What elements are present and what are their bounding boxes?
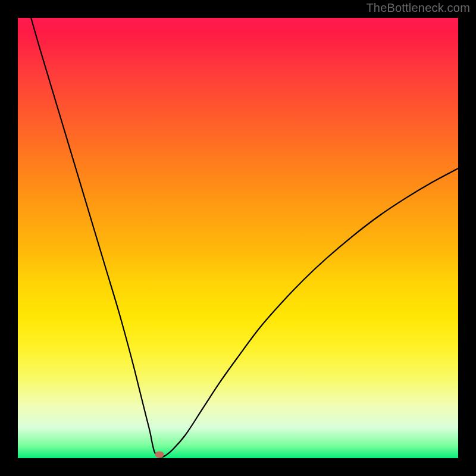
chart-frame: TheBottleneck.com — [0, 0, 476, 476]
bottleneck-curve-path — [31, 18, 458, 458]
watermark-text: TheBottleneck.com — [366, 1, 470, 15]
curve-svg — [18, 18, 458, 458]
plot-area — [18, 18, 458, 458]
minimum-marker — [155, 452, 164, 458]
